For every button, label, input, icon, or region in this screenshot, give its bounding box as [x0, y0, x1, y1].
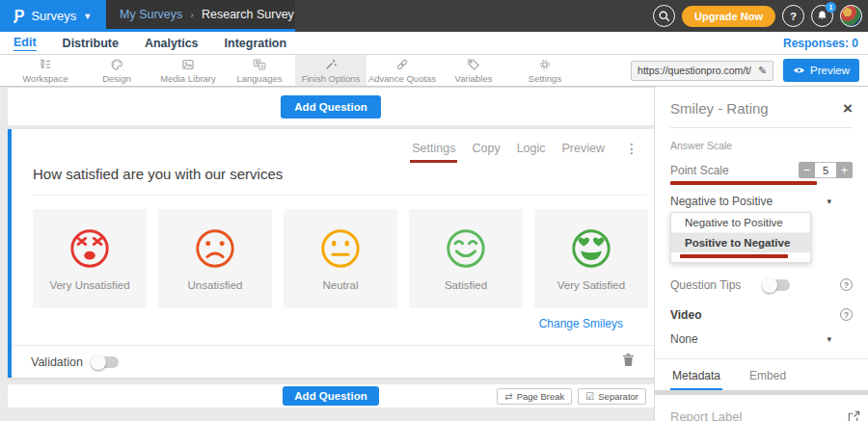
neutral-smiley-icon: [318, 226, 363, 271]
section-nav: Edit Distribute Analytics Integration Re…: [0, 32, 868, 55]
help-icon[interactable]: ?: [840, 308, 853, 321]
very-unsatisfied-smiley-icon: [68, 226, 112, 271]
video-label: Video: [670, 308, 701, 322]
toolbar-item-variables[interactable]: Variables: [438, 55, 509, 86]
annotation-underline-positive-to-negative: [680, 254, 788, 258]
scale-direction-menu: Negative to Positive Positive to Negativ…: [670, 212, 811, 263]
close-icon[interactable]: ×: [843, 100, 853, 117]
breadcrumb-my-surveys[interactable]: My Surveys: [120, 8, 182, 21]
separator-checkbox-icon: ☑: [585, 391, 594, 402]
app-header: P Surveys ▼ My Surveys › Research Survey…: [0, 0, 868, 32]
smiley-option-satisfied[interactable]: Satisfied: [409, 209, 523, 308]
very-satisfied-smiley-icon: [569, 226, 613, 271]
survey-url-input[interactable]: [637, 65, 751, 76]
answer-scale-label: Answer Scale: [670, 140, 853, 151]
menu-option-positive-to-negative[interactable]: Positive to Negative: [671, 233, 810, 252]
add-question-bar-bottom: Add Question ⇄ Page Break ☑ Separator: [8, 384, 654, 408]
breadcrumb-current-survey: Research Survey: [202, 8, 294, 21]
smiley-option-very-satisfied[interactable]: Very Satisfied: [534, 209, 648, 308]
question-tab-copy[interactable]: Copy: [472, 142, 500, 155]
point-scale-label: Point Scale: [670, 164, 729, 177]
question-tab-preview[interactable]: Preview: [562, 142, 605, 155]
edit-url-pencil-icon[interactable]: ✎: [758, 65, 767, 77]
smiley-options-row: Very Unsatisfied Unsatisfied Neu: [33, 209, 654, 308]
point-scale-decrement-button[interactable]: −: [799, 162, 815, 178]
validation-toggle[interactable]: [93, 356, 119, 368]
sidebar-divider: [670, 127, 853, 128]
smiley-option-very-unsatisfied[interactable]: Very Unsatisfied: [33, 209, 147, 308]
sidebar-title: Smiley - Rating: [670, 100, 769, 117]
scale-direction-selected-value: Negative to Positive: [670, 195, 773, 208]
question-tips-label: Question Tips: [670, 278, 741, 292]
report-label-input[interactable]: [670, 409, 840, 421]
sidebar-tab-metadata[interactable]: Metadata: [670, 364, 722, 390]
annotation-underline-point-scale: [670, 181, 817, 185]
point-scale-value[interactable]: 5: [815, 162, 836, 178]
add-question-button-bottom[interactable]: Add Question: [283, 386, 378, 406]
responses-count[interactable]: Responses: 0: [783, 37, 858, 50]
toolbar-item-languages[interactable]: A Languages: [224, 55, 295, 86]
delete-question-trash-icon[interactable]: [622, 353, 635, 371]
page-break-button[interactable]: ⇄ Page Break: [497, 388, 572, 405]
point-scale-increment-button[interactable]: +: [836, 162, 853, 178]
editor-toolbar: Workspace Design Media Library A Languag…: [0, 55, 868, 87]
search-icon[interactable]: [653, 5, 675, 27]
video-source-selected-value: None: [670, 332, 698, 346]
toolbar-item-media-library[interactable]: Media Library: [152, 55, 224, 86]
toolbar-item-advance-quotas[interactable]: Advance Quotas: [366, 55, 438, 86]
nav-item-edit[interactable]: Edit: [14, 36, 37, 51]
sidebar-tabs: Metadata Embed: [670, 359, 853, 390]
point-scale-stepper: − 5 +: [799, 162, 853, 178]
kebab-menu-icon[interactable]: ⋮: [625, 142, 638, 155]
sidebar-tab-embed[interactable]: Embed: [747, 364, 788, 390]
question-tab-settings[interactable]: Settings: [412, 142, 455, 155]
help-icon[interactable]: ?: [840, 278, 853, 291]
questionpro-logo: P: [14, 8, 25, 25]
tag-icon: [467, 58, 480, 71]
media-library-icon: [181, 58, 195, 71]
breadcrumb: My Surveys › Research Survey: [106, 0, 295, 29]
add-question-button-top[interactable]: Add Question: [281, 95, 380, 118]
unsatisfied-smiley-icon: [193, 226, 237, 271]
toolbar-item-design[interactable]: Design: [81, 55, 152, 86]
question-settings-sidebar: Smiley - Rating × Answer Scale Point Sca…: [654, 87, 868, 421]
chain-link-icon: [395, 58, 409, 71]
open-editor-icon[interactable]: [848, 409, 860, 421]
separator-button[interactable]: ☑ Separator: [578, 388, 646, 405]
question-title-divider: [33, 195, 646, 196]
question-tab-logic[interactable]: Logic: [517, 142, 546, 155]
chevron-down-icon: ▾: [827, 197, 853, 206]
product-switcher[interactable]: P Surveys ▼: [0, 0, 106, 32]
help-icon[interactable]: ?: [782, 5, 804, 27]
page-end-buttons: ⇄ Page Break ☑ Separator: [497, 388, 646, 405]
notifications-bell-icon[interactable]: 1: [811, 5, 833, 27]
scale-direction-dropdown[interactable]: Negative to Positive ▾: [670, 195, 853, 208]
add-question-bar-top: Add Question: [8, 87, 654, 125]
nav-item-integration[interactable]: Integration: [225, 37, 287, 50]
toolbar-item-finish-options[interactable]: Finish Options: [295, 55, 366, 86]
user-avatar[interactable]: [840, 5, 862, 27]
breadcrumb-separator: ›: [190, 9, 194, 20]
point-scale-row: Point Scale − 5 +: [670, 162, 853, 178]
toolbar-item-workspace[interactable]: Workspace: [10, 55, 81, 86]
toolbar-item-settings[interactable]: Settings: [509, 55, 581, 86]
page-break-icon: ⇄: [504, 391, 512, 402]
header-actions: Upgrade Now ? 1: [653, 4, 862, 28]
chevron-down-icon: ▾: [827, 334, 853, 344]
nav-item-distribute[interactable]: Distribute: [63, 37, 119, 50]
report-label-row: [670, 409, 853, 421]
question-tips-toggle[interactable]: [764, 279, 790, 291]
gear-icon: [538, 58, 552, 71]
preview-button[interactable]: Preview: [783, 59, 859, 82]
smiley-option-neutral[interactable]: Neutral: [284, 209, 397, 308]
active-section-indicator: [0, 29, 295, 32]
smiley-option-unsatisfied[interactable]: Unsatisfied: [158, 209, 272, 308]
question-title[interactable]: How satisfied are you with our services: [12, 129, 654, 182]
menu-option-negative-to-positive[interactable]: Negative to Positive: [671, 213, 810, 233]
sidebar-tab-separator-bar: [655, 390, 868, 395]
change-smileys-link[interactable]: Change Smileys: [12, 317, 623, 330]
question-tabs: Settings Copy Logic Preview ⋮: [412, 142, 638, 155]
nav-item-analytics[interactable]: Analytics: [145, 37, 199, 50]
upgrade-now-button[interactable]: Upgrade Now: [682, 6, 775, 27]
video-source-dropdown[interactable]: None ▾: [670, 332, 853, 346]
